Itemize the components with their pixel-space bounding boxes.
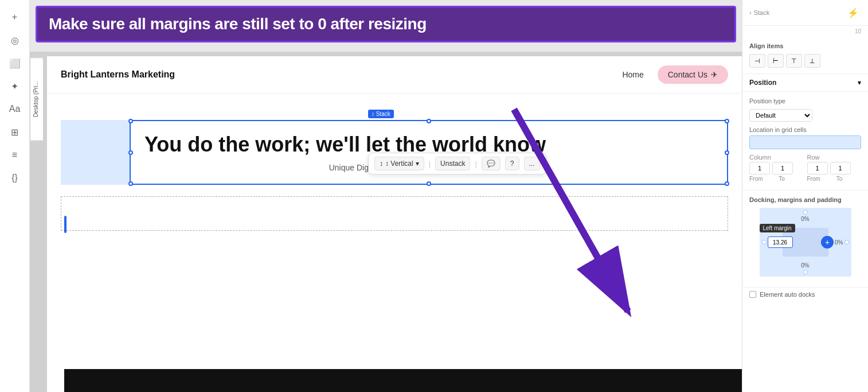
scroll-indicator: 10 [742,26,868,37]
text-icon[interactable]: Aa [5,99,25,119]
left-circle[interactable] [762,240,767,244]
left-toolbar: + ◎ ⬜ ✦ Aa ⊞ ≡ {} [0,0,30,392]
breadcrumb-sep: › [749,9,752,16]
top-margin-label: 0% [801,216,809,222]
auto-docks-label: Element auto docks [760,291,815,298]
add-icon[interactable]: + [5,7,25,28]
top-margin-area: 0% [801,210,809,222]
bottom-circle[interactable] [803,270,807,274]
handle-tr[interactable] [725,119,729,123]
handle-bc[interactable] [427,181,431,186]
dark-footer [64,369,742,392]
align-section-title: Align items [749,42,861,49]
panel-breadcrumb: › Stack [749,9,769,16]
lightning-icon[interactable]: ⚡ [845,5,861,21]
row-inputs [807,162,862,174]
annotation-text: Make sure all margins are still set to 0… [49,15,427,33]
page-canvas: Bright Lanterns Marketing Home Contact U… [47,56,742,392]
align-section: Align items ⊣ ⊢ ⊤ ⊥ [742,37,868,74]
docking-section: Docking, margins and padding 0% 0% [742,191,868,288]
layers-icon[interactable]: ◎ [5,30,25,51]
assets-icon[interactable]: ✦ [5,76,25,96]
separator: | [429,160,431,168]
column-section: Column From To [749,154,804,182]
code-icon[interactable]: {} [5,168,25,188]
position-section-header[interactable]: Position ▾ [742,74,868,92]
align-justify-btn[interactable]: ⊥ [804,54,820,68]
unstack-btn[interactable]: Unstack [435,157,470,170]
bottom-margin-label: 0% [801,262,809,269]
align-left-btn[interactable]: ⊣ [749,54,765,68]
direction-btn[interactable]: ↕ ↕ Vertical ▾ [374,157,424,170]
row-to-input[interactable] [830,162,851,174]
right-panel: › Stack ⚡ 10 Align items ⊣ ⊢ ⊤ ⊥ Positio… [742,0,868,392]
row-from-input[interactable] [807,162,828,174]
tooltip-text: Left margin [763,225,791,231]
position-type-row: Position type [749,98,861,104]
handle-tl[interactable] [128,119,133,123]
position-title: Position [749,79,776,87]
panel-header: › Stack ⚡ [742,0,868,26]
col-from-input[interactable] [749,162,770,174]
align-right-btn[interactable]: ⊤ [786,54,802,68]
annotation-banner: Make sure all margins are still set to 0… [36,6,736,42]
handle-br[interactable] [725,181,729,186]
more-label: ... [529,160,535,168]
add-margin-btn[interactable]: + [821,236,834,249]
canvas-wrapper: Desktop (Pri... Bright Lanterns Marketin… [30,52,742,392]
grid-icon[interactable]: ≡ [5,145,25,165]
main-canvas-area: Make sure all margins are still set to 0… [30,0,742,392]
align-center-btn[interactable]: ⊢ [768,54,784,68]
separator2: | [475,160,476,168]
position-type-select[interactable]: Default [749,109,812,122]
column-label: Column [749,154,804,161]
grid-cell-input[interactable] [749,135,861,149]
left-margin-area: Left margin [762,236,793,248]
nav-logo: Bright Lanterns Marketing [61,69,622,80]
nav-cta-label: Contact Us [668,70,707,79]
position-content: Position type Default Location in grid c… [742,92,868,191]
left-margin-input-wrapper: Left margin [762,236,793,248]
row-to-label: To [836,176,843,182]
handle-ml[interactable] [128,150,133,155]
auto-docks-checkbox[interactable] [749,291,756,298]
row-section: Row From To [807,154,862,182]
margin-diagram: 0% 0% Left margin [760,208,851,277]
handle-mr[interactable] [725,150,729,155]
unstack-label: Unstack [440,160,465,168]
help-btn[interactable]: ? [505,157,519,170]
row-label: Row [807,154,862,161]
chevron-down-icon: ▾ [416,160,419,168]
nav-links: Home [622,70,643,79]
comment-btn[interactable]: 💬 [482,157,501,170]
handle-tc[interactable] [427,119,431,123]
handle-bl[interactable] [128,181,133,186]
col-from-label: From [749,176,763,182]
dashed-section [61,196,728,231]
top-circle[interactable] [803,210,807,215]
row-from-label: From [807,176,820,182]
right-margin-area: + 0% [821,236,849,249]
components-icon[interactable]: ⊞ [5,122,25,142]
col-row-grid: Column From To Row From To [749,154,861,182]
nav-cta-button[interactable]: Contact Us ✈ [658,65,728,84]
stack-label: ↕ Stack [368,110,394,118]
nav-link-home[interactable]: Home [622,70,643,79]
more-btn[interactable]: ... [524,157,540,170]
grid-location-section: Location in grid cells [749,126,861,154]
col-to-label: To [779,176,785,182]
left-margin-input[interactable] [768,236,793,248]
direction-label: ↕ Vertical [385,160,413,168]
col-to-input[interactable] [772,162,793,174]
bottom-margin-area: 0% [801,262,809,274]
hero-blue-block [61,120,130,185]
left-margin-row [762,236,793,248]
position-type-label: Position type [749,98,785,104]
grid-location-label: Location in grid cells [749,126,861,133]
middle-resize-handle[interactable] [64,216,67,233]
right-circle[interactable] [844,240,849,244]
docking-title: Docking, margins and padding [749,196,861,203]
pages-icon[interactable]: ⬜ [5,53,25,73]
col-from-to-labels: From To [749,176,804,182]
floating-toolbar: ↕ ↕ Vertical ▾ | Unstack | 💬 ? ... [368,153,546,174]
